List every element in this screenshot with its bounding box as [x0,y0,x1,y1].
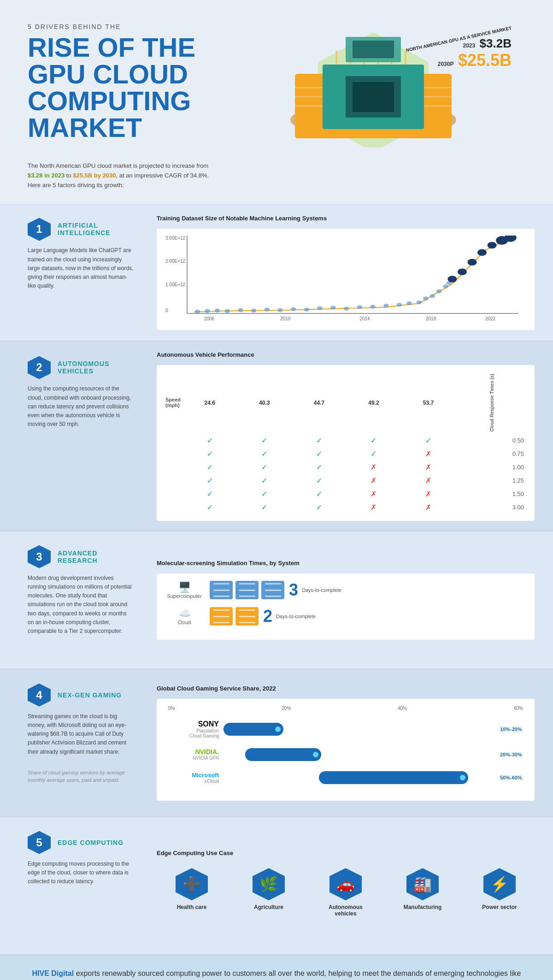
svg-point-27 [238,308,243,312]
av-time-050: 0.50 [456,434,528,447]
ml-x-2018: 2018 [426,316,436,321]
driver-1-chart-title: Training Dataset Size of Notable Machine… [157,215,535,222]
gaming-nvidia-bar-container [224,748,495,762]
mol-block-c2 [235,607,259,626]
driver-section-3: 3 ADVANCED RESEARCH Modern drug developm… [0,531,553,670]
driver-4-chart-title: Global Cloud Gaming Service Share, 2022 [157,685,535,692]
gaming-ms-bar-container [224,771,495,785]
edge-hexagon-healthcare: ➕ [176,868,208,900]
driver-5-desc: Edge computing moves processing to the e… [28,860,134,886]
av-performance-table: Speed (mph) 24.6 40.3 44.7 49.2 53.7 Clo… [164,372,528,514]
market-2023-year: 2023 [463,42,475,49]
check-6-1: ✓ [207,503,213,511]
driver-4-desc: Streaming games on the cloud is big mone… [28,712,134,756]
driver-2-chart-title: Autonomous Vehicle Performance [157,351,535,358]
driver-5-number: 5 [28,831,51,854]
header-title: RISE OF THE GPU CLOUD COMPUTING MARKET [28,34,221,141]
check-6-3: ✓ [316,503,322,511]
driver-1-title: ARTIFICIAL INTELLIGENCE [58,222,134,236]
header-right: NORTH AMERICAN GPU AS A SERVICE MARKET 2… [221,18,525,148]
svg-point-34 [330,306,335,309]
ml-y-3e12: 3.00E+12 [165,236,185,241]
driver-section-1: 1 ARTIFICIAL INTELLIGENCE Large Language… [0,204,553,342]
driver-5-left: 5 EDGE COMPUTING Edge computing moves pr… [0,817,147,954]
desc-highlight-2030: $25.5B by 2030 [73,172,116,179]
driver-4-right: Global Cloud Gaming Service Share, 2022 … [147,670,553,816]
check-3-1: ✓ [207,463,213,471]
edge-item-autonomous-vehicles: 🚗 Autonomous vehicles [323,868,369,917]
svg-point-28 [251,308,256,312]
gaming-sony-range: 10%-20% [500,726,528,732]
mol-supercomputer-days-container: 3 Days-to-complete [289,580,341,600]
driver-2-number: 2 [28,356,51,379]
driver-3-title: ADVANCED RESEARCH [58,549,134,564]
av-speed-537: 53.7 [401,372,456,433]
market-2030-value: $25.5B [458,51,512,70]
mol-block-s3 [261,581,284,599]
ml-x-2010: 2010 [280,316,290,321]
ml-scatter-chart: 3.00E+12 2.00E+12 1.00E+12 0 2006 2010 2… [157,229,535,330]
market-2023-value: $3.2B [480,36,512,50]
svg-point-32 [304,307,309,311]
av-header-row: Speed (mph) 24.6 40.3 44.7 49.2 53.7 Clo… [164,372,528,433]
driver-2-left: 2 AUTONOMOUS VEHICLES Using the computin… [0,342,147,530]
driver-2-desc: Using the computing resources of the clo… [28,384,134,429]
market-overlay: NORTH AMERICAN GPU AS A SERVICE MARKET 2… [404,23,512,70]
driver-section-2: 2 AUTONOMOUS VEHICLES Using the computin… [0,342,553,531]
driver-section-4: 4 NEX-GEN GAMING Streaming games on the … [0,670,553,817]
driver-1-number: 1 [28,218,51,241]
mol-cloud-label: ☁️ Cloud [164,608,205,625]
mol-supercomputer-text: Supercomputer [164,593,205,599]
ml-y-2e12: 2.00E+12 [165,259,185,264]
svg-point-43 [430,294,435,298]
av-row-4: ✓ ✓ ✓ ✗ ✗ 1.25 [164,474,528,487]
mol-simulation-chart: 🖥️ Supercomputer [157,573,535,640]
svg-point-47 [447,276,457,283]
mol-cloud-days-container: 2 Days-to-complete [263,607,316,626]
svg-point-42 [423,296,428,300]
edge-item-manufacturing: 🏭 Manufacturing [400,868,446,917]
drivers-container: 1 ARTIFICIAL INTELLIGENCE Large Language… [0,204,553,955]
agriculture-icon: 🌿 [259,875,278,893]
svg-point-35 [344,307,349,310]
driver-1-desc: Large Language Models like ChatGPT are t… [28,246,134,290]
header-section: 5 DRIVERS BEHIND THE RISE OF THE GPU CLO… [0,0,553,157]
driver-1-right: Training Dataset Size of Notable Machine… [147,204,553,341]
driver-3-left: 3 ADVANCED RESEARCH Modern drug developm… [0,531,147,668]
cross-5-4: ✗ [371,490,377,498]
footer-banner: HIVE Digital exports renewably sourced c… [0,956,553,980]
mol-cloud-blocks [210,607,259,626]
gaming-row-nvidia: NVIDIA. NVIDIA GFN 20%-30% [164,748,528,762]
cross-2-5: ✗ [425,450,431,458]
gaming-axis-20: 20% [282,706,291,711]
mol-server-icon: 🖥️ [164,581,205,593]
ml-x-2014: 2014 [359,316,370,321]
edge-hexagon-manufacturing: 🏭 [406,868,439,900]
driver-5-title: EDGE COMPUTING [58,839,124,846]
svg-point-39 [397,303,402,307]
driver-4-title: NEX-GEN GAMING [58,691,122,699]
av-time-100: 1.00 [456,460,528,474]
edge-use-cases-container: ➕ Health care 🌿 Agriculture 🚗 [157,863,535,921]
power-icon: ⚡ [490,875,509,893]
svg-point-40 [406,301,412,305]
av-time-125: 1.25 [456,474,528,487]
svg-point-44 [436,289,441,293]
svg-point-31 [291,307,296,311]
check-2-2: ✓ [261,450,267,458]
driver-3-chart-title: Molecular-screening Simulation Times, by… [157,560,535,567]
svg-point-23 [195,310,200,313]
svg-point-50 [477,249,487,256]
edge-hexagon-autonomous: 🚗 [329,868,362,900]
header-subtitle: 5 DRIVERS BEHIND THE [28,23,221,30]
svg-point-41 [417,301,422,304]
gaming-share-chart: 0% 20% 40% 60% SONY PlaystationCloud Gam… [157,699,535,801]
driver-3-desc: Modern drug development involves running… [28,574,134,636]
driver-2-right: Autonomous Vehicle Performance Speed (mp… [147,342,553,530]
gaming-brand-sony: SONY PlaystationCloud Gaming [164,720,219,738]
svg-point-29 [265,307,270,311]
cross-3-4: ✗ [371,463,377,471]
gaming-axis-0: 0% [168,706,175,711]
cross-4-4: ✗ [371,477,377,484]
svg-point-51 [488,242,497,249]
